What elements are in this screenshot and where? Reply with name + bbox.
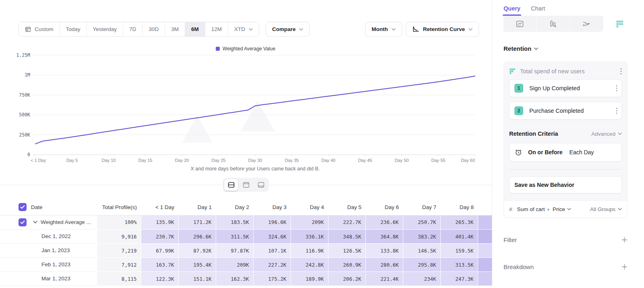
range-today-button[interactable]: Today [60, 22, 87, 36]
retention-value-cell[interactable]: 311.5K [216, 230, 253, 244]
granularity-button[interactable]: Month [365, 22, 402, 37]
view-split-top-button[interactable] [239, 179, 253, 191]
chart-caption: X and more days before your Users came b… [35, 166, 475, 172]
retention-value-cell[interactable]: 227.2K [253, 258, 291, 272]
select-all-checkbox[interactable] [19, 203, 27, 211]
retention-value-cell[interactable]: 146.5K [403, 244, 440, 258]
table-header-cell: Day 2 [216, 199, 253, 215]
svg-text:0: 0 [27, 152, 30, 157]
retention-value-cell[interactable]: 401.4K [440, 230, 478, 244]
retention-value-cell[interactable]: 295.8K [403, 258, 440, 272]
retention-value-cell[interactable]: 348.5K [328, 230, 365, 244]
tab-query[interactable]: Query [504, 5, 520, 16]
tab-query-label: Query [504, 5, 520, 12]
retention-value-cell[interactable]: 324.6K [253, 230, 291, 244]
retention-value-cell[interactable]: 189.9K [291, 272, 328, 286]
line-chart[interactable]: 0250K500K750K1M1.25M< 1 DayDay 5Day 10Da… [12, 52, 479, 164]
retention-value-cell[interactable]: 196.6K [253, 215, 291, 230]
svg-text:< 1 Day: < 1 Day [31, 158, 46, 163]
retention-value-cell[interactable]: 126.5K [328, 244, 365, 258]
retention-value-cell[interactable]: 209K [216, 258, 253, 272]
range-custom-button[interactable]: Custom [19, 22, 60, 36]
range-6m-button[interactable]: 6M [185, 22, 205, 36]
criteria-mode-dropdown[interactable]: Advanced [591, 131, 622, 137]
table-header-cell: Day 5 [328, 199, 365, 215]
retention-value-cell[interactable]: 234K [403, 272, 440, 286]
retention-value-cell[interactable]: 67.99K [141, 244, 178, 258]
retention-value-cell[interactable]: 260.9K [328, 258, 365, 272]
retention-value-cell[interactable]: 236.6K [365, 215, 403, 230]
chart-type-flows[interactable] [570, 16, 603, 32]
view-split-middle-button[interactable] [224, 179, 238, 191]
groups-dropdown[interactable]: All Groups [590, 206, 622, 212]
retention-value-cell[interactable]: 209K [291, 215, 328, 230]
retention-value-cell[interactable]: 162.3K [216, 272, 253, 286]
retention-value-cell[interactable]: 265.3K [440, 215, 478, 230]
retention-value-cell[interactable]: 87.92K [178, 244, 216, 258]
kebab-menu-icon[interactable] [620, 68, 622, 75]
retention-value-cell[interactable]: 222.7K [328, 215, 365, 230]
range-30d-button[interactable]: 30D [142, 22, 165, 36]
filter-section: Filter [504, 236, 627, 243]
step-row-1[interactable]: 1 Sign Up Completed [509, 79, 622, 97]
measure-dropdown[interactable]: Sum of cart ▸ Price [517, 206, 571, 212]
retention-value-cell[interactable]: 247.3K [440, 272, 478, 286]
range-yesterday-button[interactable]: Yesterday [87, 22, 124, 36]
chart-style-button[interactable]: Retention Curve [406, 22, 479, 37]
retention-value-cell[interactable]: 296.6K [178, 230, 216, 244]
compare-button[interactable]: Compare [266, 22, 310, 37]
save-as-new-behavior-button[interactable]: Save as New Behavior [509, 176, 622, 193]
range-7d-button[interactable]: 7D [123, 22, 142, 36]
condition-value-label: Each Day [570, 149, 594, 155]
expand-chevron-icon[interactable] [33, 221, 37, 224]
retention-value-cell[interactable]: 280.6K [365, 258, 403, 272]
retention-value-cell[interactable]: 175.2K [253, 272, 291, 286]
legend-swatch [216, 47, 220, 51]
retention-value-cell[interactable]: 122.3K [141, 272, 178, 286]
view-split-bottom-button[interactable] [254, 179, 268, 191]
criteria-mode-label: Advanced [591, 131, 615, 137]
retention-value-cell[interactable]: 135.9K [141, 215, 178, 230]
retention-value-cell[interactable]: 242.8K [291, 258, 328, 272]
chevron-down-icon [299, 28, 303, 31]
range-3m-button[interactable]: 3M [165, 22, 185, 36]
add-filter-button[interactable] [621, 237, 627, 243]
app: CustomTodayYesterday7D30D3M6M12MXTD Comp… [0, 0, 644, 288]
retention-value-cell[interactable]: 364.8K [365, 230, 403, 244]
chart-type-insights[interactable] [504, 16, 537, 32]
tab-chart[interactable]: Chart [531, 5, 545, 16]
kebab-menu-icon[interactable] [616, 85, 617, 91]
retention-value-cell[interactable]: 151.1K [178, 272, 216, 286]
retention-value-cell[interactable]: 171.2K [178, 215, 216, 230]
add-breakdown-button[interactable] [621, 264, 627, 270]
retention-value-cell[interactable]: 383.2K [403, 230, 440, 244]
range-xtd-button[interactable]: XTD [228, 22, 259, 36]
retention-value-cell[interactable]: 163.7K [141, 258, 178, 272]
retention-value-cell[interactable]: 230.7K [141, 230, 178, 244]
chart-type-retention[interactable] [603, 16, 637, 32]
section-retention-dropdown[interactable]: Retention [504, 45, 644, 52]
row-checkbox[interactable] [19, 218, 27, 226]
chart-type-funnels[interactable] [537, 16, 570, 32]
retention-value-cell[interactable]: 195.4K [178, 258, 216, 272]
svg-text:1M: 1M [25, 72, 30, 78]
retention-value-cell[interactable]: 107.1K [253, 244, 291, 258]
total-profiles-cell: 9,916 [97, 230, 141, 244]
retention-value-cell[interactable]: 221.4K [365, 272, 403, 286]
retention-value-cell[interactable]: 313.5K [440, 258, 478, 272]
retention-value-cell[interactable]: 250.7K [403, 215, 440, 230]
retention-value-cell[interactable]: 133.8K [365, 244, 403, 258]
measure-event-label: Sum of cart [517, 206, 545, 212]
chart-type-selector [504, 16, 636, 32]
chart-legend[interactable]: Weighted Average Value [12, 46, 479, 52]
kebab-menu-icon[interactable] [616, 108, 617, 114]
retention-value-cell[interactable]: 336.1K [291, 230, 328, 244]
step-row-2[interactable]: 2 Purchase Completed [509, 102, 622, 120]
retention-value-cell[interactable]: 183.5K [216, 215, 253, 230]
criteria-condition-row[interactable]: On or Before Each Day [509, 143, 622, 162]
retention-value-cell[interactable]: 116.9K [291, 244, 328, 258]
retention-value-cell[interactable]: 97.87K [216, 244, 253, 258]
retention-value-cell[interactable]: 206.2K [328, 272, 365, 286]
range-12m-button[interactable]: 12M [205, 22, 228, 36]
retention-value-cell[interactable]: 159.5K [440, 244, 478, 258]
